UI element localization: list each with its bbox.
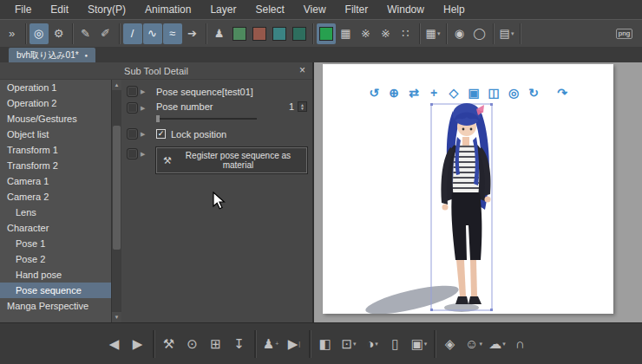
snap-circle-icon[interactable]: ◉	[450, 23, 469, 44]
pose-options-icon[interactable]: ◑ ▾	[364, 332, 381, 356]
spinner-down-icon[interactable]: ▼	[300, 107, 305, 110]
mini-expand-icon[interactable]: ▶	[141, 131, 145, 137]
pose-number-value[interactable]: 1	[282, 101, 294, 112]
body-shape-icon[interactable]: ◈	[442, 332, 459, 356]
fit-screen-icon[interactable]: ⊞	[207, 332, 225, 356]
slider-thumb[interactable]	[156, 115, 160, 122]
reset-pose-icon[interactable]: ↷	[556, 87, 569, 99]
canvas-tab[interactable]: bvh取り込み01* ●	[9, 48, 95, 62]
hair-icon[interactable]: ☁ ▾	[488, 332, 506, 356]
menu-item[interactable]: Filter	[336, 3, 378, 16]
add-figure-icon[interactable]: ♟ +	[262, 332, 279, 356]
object-select-icon[interactable]: ◧	[317, 332, 334, 356]
layer-visibility-icon[interactable]	[317, 23, 336, 44]
list-scrollbar[interactable]: ▲ ▼	[111, 80, 121, 322]
camera-rotate-icon[interactable]: ↺	[368, 87, 381, 99]
sparkle-icon-2[interactable]: ※	[377, 23, 396, 44]
sparkle-icon-1[interactable]: ※	[357, 23, 376, 44]
skip-end-icon[interactable]: ▶ |	[285, 332, 303, 356]
straight-line-icon[interactable]: /	[123, 23, 142, 44]
select-tool-icon[interactable]: ◎	[29, 23, 49, 44]
mini-toggle-button[interactable]	[127, 148, 138, 159]
material-swatch-green[interactable]	[230, 23, 249, 44]
subtool-list-item[interactable]: Mouse/Gestures	[0, 111, 111, 127]
canvas-area[interactable]: ↺ ⊕ ⇄ + ◇ ▣ ◫ ◎	[314, 62, 642, 322]
marker-icon[interactable]: ✐	[96, 23, 115, 44]
camera-zoom-tool-icon[interactable]: ⊙	[184, 332, 201, 356]
subtool-list-item[interactable]: Pose 1	[0, 236, 111, 251]
subtool-list-item[interactable]: Pose 2	[0, 251, 111, 267]
reference-book-icon[interactable]: ▯	[387, 332, 404, 356]
mini-toggle-button[interactable]	[127, 102, 138, 114]
gear-icon[interactable]: ⚙	[49, 23, 69, 44]
camera-pan-icon[interactable]: ⊕	[388, 87, 401, 99]
subtool-list-item[interactable]: Operation 2	[0, 95, 111, 111]
material-box-icon[interactable]: ▣ ▾	[410, 332, 428, 356]
mini-expand-icon[interactable]: ▶	[141, 88, 145, 94]
pose-number-spinner[interactable]: ▲ ▼	[298, 101, 307, 112]
back-icon[interactable]: ◀	[106, 332, 123, 356]
cube-icon[interactable]: ◫	[488, 87, 501, 99]
arrow-icon[interactable]: ➔	[183, 23, 202, 44]
menu-item[interactable]: Help	[434, 3, 475, 16]
subtool-list-item[interactable]: Character	[0, 220, 111, 236]
import-icon[interactable]: ↧	[231, 332, 248, 356]
grid-icon[interactable]: ▦	[337, 23, 356, 44]
menu-item[interactable]: Edit	[41, 3, 78, 16]
menu-item[interactable]: Window	[377, 3, 434, 16]
window-control-icon[interactable]	[632, 4, 637, 20]
menu-item[interactable]: Select	[246, 3, 293, 16]
object-move-icon[interactable]: +	[428, 87, 441, 99]
subtool-list-item[interactable]: Hand pose	[0, 267, 111, 283]
dots-icon[interactable]: ∷	[396, 23, 416, 44]
menu-item[interactable]: Layer	[200, 3, 246, 16]
panel-title-bar[interactable]: Sub Tool Detail ×	[0, 62, 312, 80]
export-png-icon[interactable]: png	[615, 23, 634, 44]
scrollbar-track[interactable]	[112, 90, 121, 312]
face-icon[interactable]: ☺ ▾	[465, 332, 482, 356]
roll-icon[interactable]: ↻	[527, 87, 540, 99]
mini-toggle-button[interactable]	[127, 128, 138, 140]
subtool-list-item[interactable]: Camera 2	[0, 189, 111, 205]
grid-options-icon[interactable]: ▦ ▾	[423, 23, 442, 44]
register-pose-sequence-button[interactable]: ⚒ Register pose sequence as material	[156, 147, 307, 173]
camera-options-icon[interactable]: ⊡ ▾	[340, 332, 357, 356]
subtool-list-item[interactable]: Lens	[0, 205, 111, 220]
menu-item[interactable]: File	[5, 3, 41, 16]
subtool-list-item[interactable]: Transform 1	[0, 142, 111, 158]
object-3d-rotate-icon[interactable]: ▣	[468, 87, 481, 99]
close-icon[interactable]: ×	[299, 64, 305, 76]
subtool-list-item[interactable]: Pose sequence	[0, 283, 111, 298]
mini-toggle-button[interactable]	[127, 86, 138, 97]
menu-item[interactable]: Story(P)	[78, 3, 135, 16]
pose-number-slider[interactable]	[156, 118, 257, 120]
figure-material-icon[interactable]: ♟	[210, 23, 229, 44]
camera-zoom-icon[interactable]: ⇄	[408, 87, 421, 99]
material-swatch-dark-teal[interactable]	[290, 23, 309, 44]
curve-icon[interactable]: ∿	[143, 23, 162, 44]
forward-icon[interactable]: ▶	[129, 332, 147, 356]
canvas-page[interactable]: ↺ ⊕ ⇄ + ◇ ▣ ◫ ◎	[323, 64, 613, 314]
pen-icon[interactable]: ✎	[76, 23, 95, 44]
object-rotate-icon[interactable]: ◇	[448, 87, 461, 99]
3d-character-model[interactable]	[323, 64, 613, 314]
subtool-list-item[interactable]: Transform 2	[0, 158, 111, 173]
menu-item[interactable]: View	[294, 3, 336, 16]
mini-expand-icon[interactable]: ▶	[141, 151, 145, 157]
scroll-up-icon[interactable]: ▲	[112, 80, 121, 90]
wrench-icon[interactable]: ⚒	[160, 332, 178, 356]
material-swatch-red[interactable]	[250, 23, 269, 44]
snap-ellipse-icon[interactable]: ◯	[470, 23, 489, 44]
mini-expand-icon[interactable]: ▶	[141, 105, 145, 111]
snap-icon[interactable]: ◎	[508, 87, 521, 99]
material-swatch-teal[interactable]	[270, 23, 289, 44]
scrollbar-thumb[interactable]	[113, 126, 121, 250]
subtool-list-item[interactable]: Operation 1	[0, 80, 111, 95]
overflow-chevrons-icon[interactable]: »	[3, 23, 22, 44]
subtool-list-item[interactable]: Camera 1	[0, 173, 111, 189]
spline-icon[interactable]: ≈	[163, 23, 182, 44]
menu-item[interactable]: Animation	[135, 3, 200, 16]
subtool-list-item[interactable]: Object list	[0, 127, 111, 142]
subtool-list-item[interactable]: Manga Perspective	[0, 298, 111, 314]
accessory-icon[interactable]: ∩	[512, 332, 529, 356]
